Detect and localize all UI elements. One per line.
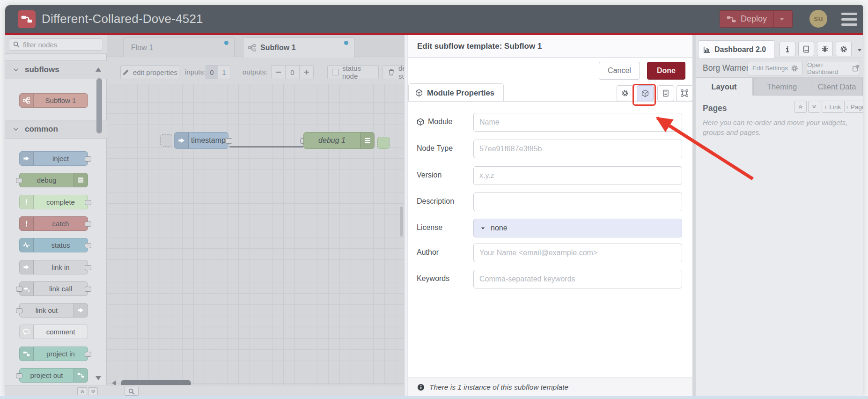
right-sidebar: Dashboard 2.0 Borg Warner Edit Settings … bbox=[696, 35, 863, 396]
user-avatar[interactable]: su bbox=[809, 10, 827, 28]
output-port[interactable] bbox=[225, 138, 232, 144]
subflow-icon bbox=[20, 94, 34, 107]
expand-pages-button[interactable] bbox=[808, 101, 820, 113]
bar-chart-icon bbox=[703, 46, 711, 53]
keywords-input[interactable] bbox=[473, 270, 682, 288]
pages-section-title: Pages bbox=[703, 103, 727, 113]
appearance-tab-button[interactable] bbox=[676, 85, 693, 101]
outputs-minus-button[interactable] bbox=[271, 65, 286, 79]
vertical-scrollbar[interactable] bbox=[400, 207, 403, 236]
author-input[interactable] bbox=[473, 244, 682, 262]
edit-properties-button[interactable]: edit properties bbox=[120, 65, 179, 79]
search-flows-button[interactable] bbox=[125, 387, 139, 396]
annotation-highlight-box bbox=[633, 84, 656, 106]
palette-node-inject[interactable]: inject bbox=[19, 151, 88, 166]
inputs-0-button[interactable]: 0 bbox=[206, 65, 218, 79]
form-row-version: Version bbox=[416, 166, 683, 185]
open-dashboard-button[interactable]: Open Dashboard bbox=[807, 61, 860, 75]
output-port bbox=[85, 222, 91, 227]
output-port bbox=[85, 243, 91, 248]
description-input[interactable] bbox=[473, 192, 682, 211]
debug-icon bbox=[74, 173, 88, 187]
input-port bbox=[16, 178, 22, 183]
sidebar-separator[interactable] bbox=[692, 35, 696, 396]
palette-node-complete[interactable]: complete bbox=[19, 195, 88, 209]
tab-dashboard-2[interactable]: Dashboard 2.0 bbox=[698, 40, 774, 58]
palette-scrollbar[interactable] bbox=[96, 78, 102, 133]
deploy-options-caret[interactable] bbox=[774, 15, 790, 23]
palette-node-debug[interactable]: debug bbox=[19, 173, 88, 187]
form-row-keywords: Keywords bbox=[416, 270, 683, 288]
input-port bbox=[16, 373, 22, 378]
subflow-input-stub[interactable] bbox=[160, 134, 172, 147]
palette-node-project-out[interactable]: project out bbox=[19, 368, 88, 383]
tab-module-properties[interactable]: Module Properties bbox=[408, 83, 504, 102]
flow-grid[interactable]: timestamp debug 1 bbox=[107, 84, 404, 385]
info-tab-button[interactable] bbox=[780, 42, 795, 56]
node-red-window: Different-Collared-Dove-4521 Deploy su f… bbox=[5, 5, 863, 396]
filter-nodes-input[interactable]: filter nodes bbox=[9, 38, 103, 51]
unsaved-dot bbox=[224, 41, 228, 45]
sidebar-options-caret[interactable] bbox=[856, 46, 863, 54]
sidebar-tab-row: Dashboard 2.0 bbox=[696, 35, 863, 58]
node-timestamp[interactable]: timestamp bbox=[174, 132, 228, 149]
outputs-count: 0 bbox=[285, 65, 300, 79]
delete-subflow-button[interactable]: delete subflow bbox=[383, 65, 404, 79]
palette-node-project-in[interactable]: project in bbox=[19, 347, 88, 361]
palette-node-link-in[interactable]: link in bbox=[19, 260, 88, 274]
node-debug-1[interactable]: debug 1 bbox=[303, 132, 375, 149]
subtab-layout[interactable]: Layout bbox=[696, 78, 753, 96]
palette-node-subflow-1[interactable]: Subflow 1 bbox=[19, 93, 88, 108]
palette-footer bbox=[5, 385, 107, 396]
collapse-all-button[interactable] bbox=[77, 387, 87, 395]
version-input[interactable] bbox=[473, 166, 682, 185]
expand-all-button[interactable] bbox=[88, 387, 98, 395]
wire[interactable] bbox=[229, 146, 303, 148]
collapse-pages-button[interactable] bbox=[794, 101, 807, 113]
edit-settings-button[interactable]: Edit Settings bbox=[748, 61, 803, 75]
palette-node-catch[interactable]: catch bbox=[19, 216, 88, 231]
dialog-title: Edit subflow template: Subflow 1 bbox=[417, 42, 542, 51]
palette-category-subflows[interactable]: subflows bbox=[5, 60, 107, 79]
cancel-button[interactable]: Cancel bbox=[599, 62, 640, 80]
palette-node-link-out[interactable]: link out bbox=[19, 303, 88, 318]
subtab-theming[interactable]: Theming bbox=[753, 78, 810, 96]
tab-subflow-1[interactable]: Subflow 1 bbox=[243, 37, 354, 58]
tab-flow-1[interactable]: Flow 1 bbox=[123, 37, 235, 57]
config-tab-button[interactable] bbox=[836, 42, 852, 56]
palette-category-common[interactable]: common bbox=[5, 120, 107, 139]
tray-resize-handle[interactable] bbox=[405, 35, 408, 396]
inputs-1-button[interactable]: 1 bbox=[218, 65, 230, 79]
inject-icon bbox=[175, 133, 189, 148]
tab-label: Subflow 1 bbox=[260, 44, 296, 52]
palette-scroll-up-icon[interactable] bbox=[95, 66, 102, 74]
node-type-input[interactable] bbox=[473, 140, 682, 158]
trash-icon bbox=[388, 68, 395, 76]
add-page-button[interactable]: + Page bbox=[844, 101, 863, 113]
status-node-toggle[interactable]: status node bbox=[327, 65, 379, 79]
subflow-output-stub[interactable] bbox=[377, 137, 390, 149]
outputs-plus-button[interactable] bbox=[299, 65, 314, 79]
appearance-icon bbox=[681, 89, 688, 97]
output-port bbox=[85, 287, 91, 292]
properties-tab-button[interactable] bbox=[617, 85, 633, 101]
caret-down-icon bbox=[480, 225, 486, 231]
license-select[interactable]: none bbox=[473, 219, 682, 237]
dialog-footer: There is 1 instance of this subflow temp… bbox=[408, 377, 693, 396]
add-link-button[interactable]: + Link bbox=[822, 101, 843, 113]
palette-node-link-call[interactable]: link call bbox=[19, 281, 88, 296]
deploy-button[interactable]: Deploy bbox=[720, 10, 793, 28]
checkbox-icon bbox=[332, 69, 338, 75]
help-tab-button[interactable] bbox=[798, 42, 814, 56]
palette-node-comment[interactable]: comment bbox=[19, 325, 88, 339]
done-button[interactable]: Done bbox=[647, 62, 685, 80]
main-menu-button[interactable] bbox=[841, 13, 857, 26]
window-bottom-strip bbox=[0, 396, 868, 399]
description-tab-button[interactable] bbox=[657, 85, 674, 101]
pages-help-text: Here you can re-order and move your widg… bbox=[703, 118, 862, 137]
palette-node-status[interactable]: status bbox=[19, 238, 88, 252]
palette-scroll-down-icon[interactable] bbox=[95, 374, 102, 382]
subtab-client-data[interactable]: Client Data bbox=[811, 78, 863, 96]
debug-tab-button[interactable] bbox=[817, 42, 833, 56]
module-input[interactable] bbox=[473, 113, 682, 132]
